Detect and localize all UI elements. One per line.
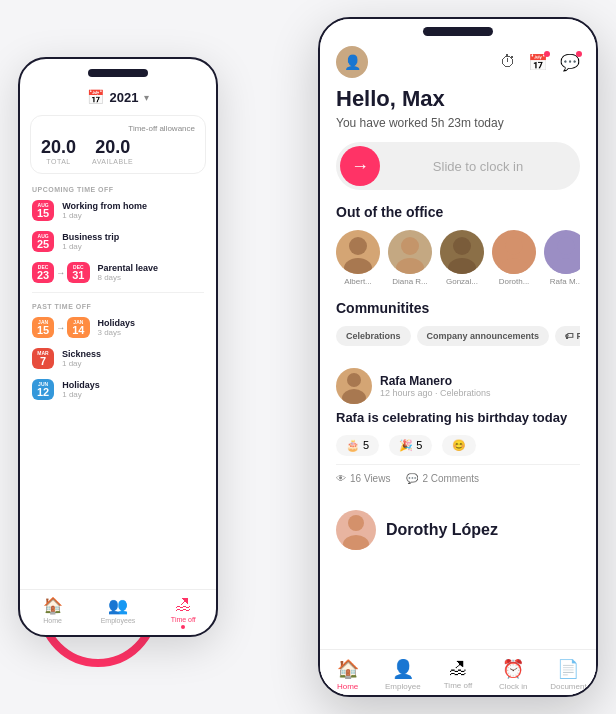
post-header: Rafa Manero 12 hours ago · Celebrations [336,368,580,404]
date-badge: AUG 25 [32,231,54,252]
avatar-item[interactable]: Rafa M... [544,230,580,286]
avatar-item[interactable]: Doroth... [492,230,536,286]
rnav-item-document[interactable]: 📄 Document [541,658,596,691]
badge-day: 15 [37,208,49,219]
allowance-card: Time-off allowance 20.0 TOTAL 20.0 AVAIL… [30,115,206,174]
worked-text: You have worked 5h 23m today [336,116,580,130]
avatar-gonzal [440,230,484,274]
reaction-cake[interactable]: 🎂 5 [336,435,379,456]
available-item: 20.0 AVAILABLE [92,137,133,165]
date-badge-end: JAN 14 [67,317,89,338]
item-name: Holidays [62,380,204,390]
slide-to-clock-label: Slide to clock in [380,159,576,174]
nav-item-home[interactable]: 🏠 Home [20,596,85,629]
avatar-item[interactable]: Gonzal... [440,230,484,286]
reaction-add[interactable]: 😊 [442,435,476,456]
date-badge: JUN 12 [32,379,54,400]
item-name: Parental leave [98,263,205,273]
date-range: DEC 23 → DEC 31 [32,262,90,283]
reaction-party[interactable]: 🎉 5 [389,435,432,456]
date-badge: AUG 15 [32,200,54,221]
badge-day: 31 [72,270,84,281]
community-title: Communitites [336,300,580,316]
home-icon: 🏠 [43,596,63,615]
nav-label-timeoff: Time off [171,616,196,623]
badge-day: 15 [37,325,49,336]
comments-stat: 💬 2 Comments [406,473,479,484]
avatar-diana [388,230,432,274]
list-item: AUG 15 Working from home 1 day [20,195,216,226]
total-item: 20.0 TOTAL [41,137,76,165]
left-bottom-nav: 🏠 Home 👥 Employees 🏖 Time off [20,589,216,635]
greeting-text: Hello, Max [336,86,580,112]
tab-celebrations[interactable]: Celebrations [336,326,411,346]
post-card: Rafa Manero 12 hours ago · Celebrations … [336,358,580,494]
item-info: Holidays 1 day [62,380,204,399]
svg-point-12 [348,515,364,531]
calendar-icon[interactable]: 📅 [528,53,548,72]
phone-notch-left [88,69,148,77]
svg-point-8 [557,237,575,255]
right-bottom-nav: 🏠 Home 👤 Employee 🏖 Time off ⏰ Clock in … [320,649,596,695]
svg-point-11 [342,389,366,404]
item-info: Working from home 1 day [62,201,204,220]
item-duration: 3 days [98,328,205,337]
item-name: Sickness [62,349,204,359]
employees-icon: 👥 [108,596,128,615]
tab-pro[interactable]: 🏷 Pro... [555,326,580,346]
next-post-preview[interactable]: Dorothy López [336,504,580,556]
range-arrow-icon: → [56,268,65,278]
community-tabs: Celebrations Company announcements 🏷 Pro… [336,326,580,346]
nav-label-home: Home [43,617,62,624]
list-item: AUG 25 Business trip 1 day [20,226,216,257]
left-phone: 📅 2021 ▾ Time-off allowance 20.0 TOTAL 2… [18,57,218,637]
views-count: 16 Views [350,473,390,484]
avatar-name-gonzal: Gonzal... [446,277,478,286]
past-title: PAST TIME OFF [20,297,216,312]
clock-arrow-button[interactable]: → [340,146,380,186]
year-label: 2021 [110,90,139,105]
list-item: JUN 12 Holidays 1 day [20,374,216,405]
clock-in-slider[interactable]: → Slide to clock in [336,142,580,190]
document-icon: 📄 [557,658,579,680]
date-range: JAN 15 → JAN 14 [32,317,90,338]
avatar-item[interactable]: Albert... [336,230,380,286]
date-badge: MAR 7 [32,348,54,369]
rnav-item-timeoff[interactable]: 🏖 Time off [430,658,485,691]
calendar-icon: 📅 [87,89,104,105]
user-avatar[interactable]: 👤 [336,46,368,78]
nav-label-employees: Employees [101,617,136,624]
reaction-count: 5 [363,439,369,451]
badge-day: 23 [37,270,49,281]
nav-item-timeoff[interactable]: 🏖 Time off [151,596,216,629]
avatar-name-albert: Albert... [344,277,372,286]
tab-company-announcements[interactable]: Company announcements [417,326,550,346]
badge-day: 7 [37,356,49,367]
rnav-item-employee[interactable]: 👤 Employee [375,658,430,691]
nav-item-employees[interactable]: 👥 Employees [85,596,150,629]
rnav-label-timeoff: Time off [444,681,472,690]
timer-icon[interactable]: ⏱ [500,53,516,71]
right-phone: 👤 ⏱ 📅 💬 Hello, Max You have worked 5h 23… [318,17,598,697]
list-item: DEC 23 → DEC 31 Parental leave 8 days [20,257,216,288]
rnav-label-clockin: Clock in [499,682,527,691]
phone-notch-right [423,27,493,36]
item-duration: 1 day [62,242,204,251]
item-info: Sickness 1 day [62,349,204,368]
avatar-item[interactable]: Diana R... [388,230,432,286]
rnav-item-home[interactable]: 🏠 Home [320,658,375,691]
badge-day: 12 [37,387,49,398]
post-author-info: Rafa Manero 12 hours ago · Celebrations [380,374,491,398]
rnav-item-clockin[interactable]: ⏰ Clock in [486,658,541,691]
available-value: 20.0 [92,137,133,158]
rnav-label-home: Home [337,682,358,691]
next-post-author: Dorothy López [386,521,498,539]
chat-icon[interactable]: 💬 [560,53,580,72]
chevron-down-icon[interactable]: ▾ [144,92,149,103]
rnav-label-employee: Employee [385,682,421,691]
svg-point-5 [448,258,476,274]
svg-point-6 [505,237,523,255]
timeoff-icon: 🏖 [175,596,191,614]
avatar-name-rafam: Rafa M... [550,277,580,286]
item-name: Business trip [62,232,204,242]
